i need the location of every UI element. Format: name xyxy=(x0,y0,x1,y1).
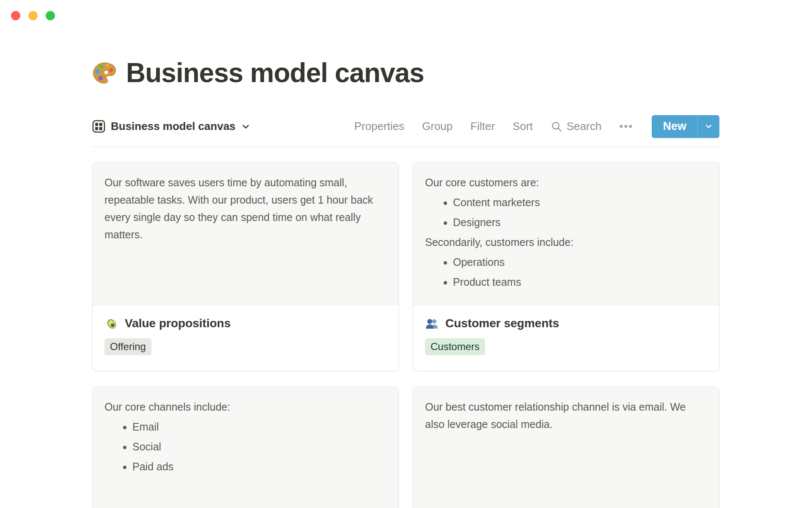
close-window-button[interactable] xyxy=(11,11,20,20)
minimize-window-button[interactable] xyxy=(28,11,38,20)
preview-bullet-item: Operations xyxy=(453,254,707,271)
page-title[interactable]: Business model canvas xyxy=(126,58,424,89)
preview-paragraph: Our core channels include: xyxy=(104,398,387,416)
preview-bullet-item: Social xyxy=(132,438,387,456)
palette-icon[interactable] xyxy=(92,61,117,86)
new-dropdown-button[interactable] xyxy=(697,115,719,138)
properties-button[interactable]: Properties xyxy=(354,120,405,133)
search-button[interactable]: Search xyxy=(551,120,601,133)
preview-bullet-item: Product teams xyxy=(453,273,707,291)
preview-paragraph: Our software saves users time by automat… xyxy=(104,174,387,243)
busts-icon xyxy=(425,317,439,331)
card-footer: Value propositions Offering xyxy=(93,305,398,355)
tag-customers: Customers xyxy=(425,338,485,355)
gallery-card[interactable]: Our core customers are:Content marketers… xyxy=(413,162,719,371)
card-preview: Our core customers are:Content marketers… xyxy=(413,163,719,305)
gallery-card[interactable]: Our core channels include:EmailSocialPai… xyxy=(92,387,399,508)
toolbar-menu: Properties Group Filter Sort Search ••• … xyxy=(354,115,719,138)
new-button-label[interactable]: New xyxy=(652,115,697,138)
card-preview: Our software saves users time by automat… xyxy=(93,163,398,305)
zoom-window-button[interactable] xyxy=(46,11,55,20)
card-title-row: Value propositions xyxy=(104,317,387,331)
gallery-view-icon xyxy=(92,120,105,133)
window-controls xyxy=(11,11,55,20)
new-button[interactable]: New xyxy=(652,115,719,138)
view-selector[interactable]: Business model canvas xyxy=(92,120,250,133)
preview-bullet-list: EmailSocialPaid ads xyxy=(104,418,387,475)
card-footer: Customer segments Customers xyxy=(413,305,719,355)
preview-bullet-item: Designers xyxy=(453,214,707,231)
card-title-row: Customer segments xyxy=(425,317,707,331)
card-tags: Offering xyxy=(104,338,387,355)
group-button[interactable]: Group xyxy=(422,120,453,133)
card-title: Value propositions xyxy=(125,317,230,330)
gallery-card[interactable]: Our software saves users time by automat… xyxy=(92,162,399,371)
tag-offering: Offering xyxy=(104,338,151,355)
sort-button[interactable]: Sort xyxy=(513,120,533,133)
preview-bullet-item: Content marketers xyxy=(453,194,707,211)
search-label: Search xyxy=(567,120,601,133)
card-preview: Our core channels include:EmailSocialPai… xyxy=(93,387,398,508)
page-body: Business model canvas Business model can… xyxy=(92,0,719,508)
preview-paragraph: Secondarily, customers include: xyxy=(425,234,707,251)
preview-bullet-item: Paid ads xyxy=(132,458,387,475)
filter-button[interactable]: Filter xyxy=(470,120,495,133)
view-toolbar: Business model canvas Properties Group F… xyxy=(92,115,719,147)
preview-bullet-item: Email xyxy=(132,418,387,436)
search-icon xyxy=(551,121,562,133)
preview-paragraph: Our core customers are: xyxy=(425,174,707,191)
card-preview: Our best customer relationship channel i… xyxy=(413,387,719,508)
chevron-down-icon xyxy=(241,122,250,131)
more-options-button[interactable]: ••• xyxy=(619,120,633,133)
card-title: Customer segments xyxy=(445,317,559,330)
card-tags: Customers xyxy=(425,338,707,355)
gallery-card[interactable]: Our best customer relationship channel i… xyxy=(413,387,719,508)
preview-bullet-list: Content marketersDesigners xyxy=(425,194,707,231)
preview-paragraph: Our best customer relationship channel i… xyxy=(425,398,707,433)
view-selector-label: Business model canvas xyxy=(111,120,236,133)
preview-bullet-list: OperationsProduct teams xyxy=(425,254,707,291)
page-header: Business model canvas xyxy=(92,58,719,89)
avocado-icon xyxy=(104,317,118,331)
gallery-grid: Our software saves users time by automat… xyxy=(92,162,719,508)
